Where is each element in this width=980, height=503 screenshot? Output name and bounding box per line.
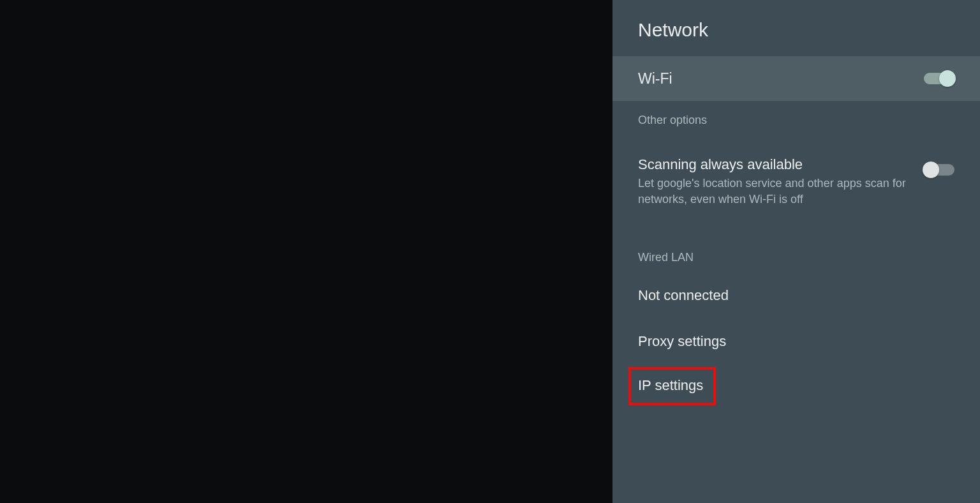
wired-lan-section: Wired LAN Not connected Proxy settings I… xyxy=(612,229,980,405)
toggle-knob-icon xyxy=(939,70,956,87)
scanning-description: Let google's location service and other … xyxy=(638,176,911,207)
page-title: Network xyxy=(638,19,980,41)
proxy-settings-label: Proxy settings xyxy=(638,333,954,350)
settings-panel: Network Wi-Fi Other options Scanning alw… xyxy=(612,0,980,503)
connection-status-label: Not connected xyxy=(638,287,954,304)
connection-status-row[interactable]: Not connected xyxy=(612,272,980,315)
scanning-row[interactable]: Scanning always available Let google's l… xyxy=(612,146,980,218)
proxy-settings-row[interactable]: Proxy settings xyxy=(612,315,980,361)
scanning-text-block: Scanning always available Let google's l… xyxy=(638,156,924,207)
scanning-title: Scanning always available xyxy=(638,156,911,173)
wired-lan-label: Wired LAN xyxy=(612,238,980,272)
wifi-toggle[interactable] xyxy=(924,73,954,84)
toggle-knob-icon xyxy=(923,161,939,178)
wifi-label: Wi-Fi xyxy=(638,70,672,87)
content-backdrop xyxy=(0,0,612,503)
scanning-toggle-wrap xyxy=(924,156,954,176)
wifi-row[interactable]: Wi-Fi xyxy=(612,56,980,101)
ip-settings-label: IP settings xyxy=(638,377,703,394)
scanning-toggle[interactable] xyxy=(924,164,954,176)
panel-header: Network xyxy=(612,0,980,56)
other-options-label: Other options xyxy=(612,101,980,135)
ip-settings-row[interactable]: IP settings xyxy=(628,367,716,405)
